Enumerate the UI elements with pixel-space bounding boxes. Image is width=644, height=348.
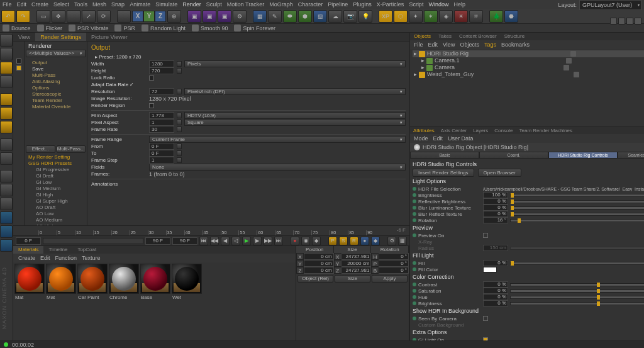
frame-step-stepper[interactable] [177, 157, 182, 163]
position-input[interactable]: 0 cm [304, 253, 334, 260]
film-aspect-dropdown[interactable]: HDTV (16:9) [184, 112, 406, 119]
timeline-ruler[interactable]: 0 5 10 15 20 25 30 35 40 45 50 55 60 65 … [13, 226, 409, 236]
axis-icon[interactable] [0, 138, 13, 151]
workplane-xy-icon[interactable] [0, 225, 13, 238]
render-view-icon[interactable]: ▣ [187, 10, 201, 23]
bounce-plugin[interactable]: Bounce [3, 25, 31, 31]
undo-icon[interactable]: ↶ [1, 10, 15, 23]
coord-system-icon[interactable]: ⊕ [167, 10, 181, 23]
rotate-icon[interactable]: ⟳ [97, 10, 111, 23]
tab-view[interactable]: View [13, 33, 35, 41]
xp6-icon[interactable]: ☀ [454, 10, 468, 23]
tab-objects[interactable]: Objects [410, 33, 435, 40]
hue-slider[interactable] [510, 296, 644, 299]
brightness2-input[interactable]: 0 % [483, 300, 508, 306]
deformer-icon[interactable]: ▨ [313, 10, 327, 23]
nurbs-icon[interactable]: ⬬ [283, 10, 297, 23]
from-stepper[interactable] [177, 143, 182, 149]
seen-by-camera-checkbox[interactable] [483, 316, 488, 321]
psr-plugin[interactable]: PSR [114, 25, 135, 31]
layout-dropdown[interactable]: GPULayout7 (User) [579, 0, 641, 10]
subtab-basic[interactable]: Basic [410, 152, 479, 159]
timeline-end2[interactable]: 90 F [172, 237, 197, 245]
reflective-brightness-input[interactable]: 0 % [483, 198, 508, 205]
to-input[interactable]: 0 F [149, 150, 174, 157]
saturation-input[interactable]: 0 % [483, 288, 508, 294]
open-browser-button[interactable]: Open Browser [478, 169, 521, 177]
make-editable-icon[interactable] [0, 34, 13, 47]
menu-select[interactable]: Select [53, 1, 69, 8]
obj-objects[interactable]: Objects [460, 42, 479, 48]
width-stepper[interactable] [177, 61, 182, 67]
tab-topcoat[interactable]: TopCoat [72, 246, 101, 254]
contrast-input[interactable]: 0 % [483, 281, 508, 288]
pen-icon[interactable]: ✎ [268, 10, 282, 23]
generator-icon[interactable]: ⬢ [298, 10, 312, 23]
blur-luminance-input[interactable]: 0 % [483, 205, 508, 211]
subtab-seamless-floor[interactable]: Seamless Floor Controls [618, 152, 644, 159]
menu-character[interactable]: Character [298, 1, 323, 8]
resolution-input[interactable]: 72 [149, 88, 174, 95]
blur-reflect-input[interactable]: 0 % [483, 211, 508, 217]
material-item[interactable]: Mat [46, 264, 76, 301]
prev-frame-icon[interactable]: ◀ [221, 237, 230, 245]
renderer-dropdown[interactable]: <<Multiple Values>> [26, 50, 86, 57]
workplane-xz-icon[interactable] [0, 211, 13, 224]
gear-icon[interactable] [626, 18, 633, 25]
gi-draft[interactable]: GI Draft [25, 173, 87, 179]
lock-ratio-checkbox[interactable] [149, 76, 154, 81]
obj-view[interactable]: View [443, 42, 455, 48]
xp4-icon[interactable]: ✶ [424, 10, 438, 23]
object-row[interactable]: ▸HDRI Studio Rig [413, 50, 644, 57]
goto-start-icon[interactable]: ⏮ [199, 237, 208, 245]
from-input[interactable]: 0 F [149, 143, 174, 150]
texture-mode-icon[interactable] [0, 62, 13, 74]
xp7-icon[interactable]: ⚛ [469, 10, 483, 23]
menu-edit[interactable]: Edit [17, 1, 27, 8]
object-row[interactable]: ▸Weird_Totem_Guy [413, 71, 644, 78]
pixel-aspect-dropdown[interactable]: Square [184, 119, 406, 126]
hdr-file-value[interactable]: /Users/nickcampbell/Dropbox/SHARE - GSG … [483, 187, 644, 191]
tab-console[interactable]: Console [491, 127, 516, 134]
fill-color-swatch[interactable] [483, 267, 497, 272]
subtab-coord[interactable]: Coord. [479, 152, 548, 159]
rotation-input[interactable]: 0 ° [379, 260, 409, 267]
light-icon[interactable]: 💡 [358, 10, 372, 23]
tree-gsg-presets[interactable]: GSG HDRI Presets [25, 160, 87, 167]
tab-takes[interactable]: Takes [435, 33, 455, 40]
smooth90-plugin[interactable]: Smooth 90 [192, 25, 228, 31]
coord-size-mode[interactable]: Size [335, 275, 370, 283]
reflective-brightness-slider[interactable] [510, 200, 644, 203]
workplane-icon[interactable] [0, 76, 13, 88]
maximize-icon[interactable] [635, 18, 641, 25]
menu-sculpt[interactable]: Sculpt [206, 1, 222, 8]
edges-mode-icon[interactable] [0, 107, 13, 120]
xp9-icon[interactable]: ⬣ [504, 10, 518, 23]
menu-create[interactable]: Create [31, 1, 48, 8]
coord-apply-button[interactable]: Apply [372, 275, 408, 283]
model-mode-icon[interactable] [0, 48, 13, 60]
axis-lock[interactable]: XYZ [132, 11, 166, 22]
preview-on-checkbox[interactable] [483, 233, 488, 238]
environment-icon[interactable]: ☁ [328, 10, 342, 23]
multipass-button[interactable]: Multi-Pass... [57, 145, 86, 153]
record-icon[interactable]: ● [291, 237, 299, 245]
tab-axis-center[interactable]: Axis Center [438, 127, 470, 134]
material-item[interactable]: Mat [14, 264, 45, 301]
menu-animate[interactable]: Animate [130, 1, 150, 8]
snap-icon[interactable] [0, 170, 13, 182]
scale-key-icon[interactable]: S [339, 237, 348, 245]
workplane-zy-icon[interactable] [0, 239, 13, 252]
object-tag-icon[interactable] [570, 51, 576, 57]
rotation-input[interactable]: 16 ° [483, 217, 508, 223]
saturation-slider[interactable] [510, 289, 644, 293]
resolution-stepper[interactable] [177, 89, 182, 94]
play-icon[interactable]: ▶ [242, 237, 251, 245]
tree-output[interactable]: Output [25, 60, 87, 66]
menu-pipeline[interactable]: Pipeline [328, 1, 348, 8]
home-icon[interactable] [618, 18, 625, 25]
prev-key-icon[interactable]: ◀◀ [210, 237, 219, 245]
random-light-plugin[interactable]: Random Light [142, 25, 186, 31]
attr-userdata[interactable]: User Data [448, 135, 474, 142]
recent-tool-icon[interactable] [117, 10, 131, 23]
